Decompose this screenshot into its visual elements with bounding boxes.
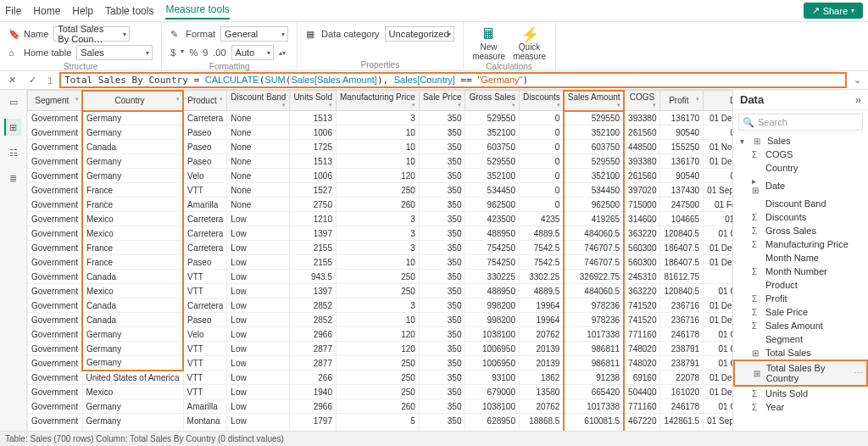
category-select[interactable]: Uncategorized <box>385 26 454 42</box>
cell[interactable]: 1527 <box>290 183 337 198</box>
cell[interactable]: 1397 <box>290 226 337 241</box>
cell[interactable]: Low <box>227 284 290 298</box>
cell[interactable]: 01 March 201 <box>704 212 732 226</box>
field-item[interactable]: Discount Band <box>733 197 868 210</box>
cell[interactable]: 10 <box>336 154 419 169</box>
cell[interactable]: Low <box>227 298 290 313</box>
percent-button[interactable]: % <box>189 47 198 58</box>
menu-measure-tools[interactable]: Measure tools <box>165 3 229 20</box>
table-row[interactable]: GovernmentMexicoVTTLow139725035048895048… <box>28 284 733 298</box>
cell[interactable]: 01 December 201 <box>704 371 732 385</box>
cell[interactable]: Canada <box>82 298 183 313</box>
cell[interactable]: Low <box>227 313 290 327</box>
share-button[interactable]: ↗ Share ▾ <box>804 3 863 19</box>
cell[interactable]: 93100 <box>465 371 519 385</box>
cell[interactable]: 01 October 201 <box>704 284 732 298</box>
cell[interactable]: 560300 <box>624 255 660 270</box>
auto-select[interactable]: Auto <box>231 45 274 60</box>
column-header[interactable]: Discounts▾ <box>519 91 564 111</box>
cell[interactable]: 3 <box>336 111 419 125</box>
cell[interactable]: 01 June 201 <box>704 125 732 140</box>
table-row[interactable]: GovernmentCanadaVTTLow943.52503503302253… <box>28 270 733 284</box>
cell[interactable]: Government <box>28 313 83 327</box>
cell[interactable]: 20762 <box>519 399 564 414</box>
cell[interactable]: Germany <box>82 399 183 414</box>
table-row[interactable]: GovernmentGermanyPaseoNone15131035052955… <box>28 154 733 169</box>
cell[interactable]: 350 <box>419 356 465 371</box>
field-item[interactable]: ΣMonth Number <box>733 265 868 278</box>
cell[interactable]: United States of America <box>82 371 183 385</box>
cell[interactable]: 484060.5 <box>564 226 624 241</box>
cell[interactable]: 393380 <box>624 111 660 125</box>
cell[interactable]: 350 <box>419 327 465 342</box>
cell[interactable]: VTT <box>183 371 227 385</box>
cell[interactable]: 679000 <box>465 385 519 399</box>
cell[interactable]: Low <box>227 241 290 255</box>
field-item[interactable]: ⊞Total Sales <box>733 346 868 360</box>
cell[interactable]: 250 <box>336 385 419 399</box>
cell[interactable]: 236716 <box>660 313 704 327</box>
cell[interactable]: 01 December 201 <box>704 298 732 313</box>
cell[interactable]: Low <box>227 212 290 226</box>
cell[interactable]: 3302.25 <box>519 270 564 284</box>
cell[interactable]: 998200 <box>465 298 519 313</box>
cell[interactable]: 3 <box>336 226 419 241</box>
cell[interactable]: Amarilla <box>183 399 227 414</box>
cell[interactable]: 771160 <box>624 399 660 414</box>
cell[interactable]: 1210 <box>290 212 337 226</box>
cell[interactable]: 1513 <box>290 111 337 125</box>
table-row[interactable]: GovernmentUnited States of AmericaVTTLow… <box>28 371 733 385</box>
field-item[interactable]: ΣDiscounts <box>733 210 868 224</box>
cell[interactable]: Amarilla <box>183 198 227 212</box>
cell[interactable]: Low <box>227 327 290 342</box>
cell[interactable]: 81612.75 <box>660 270 704 284</box>
cell[interactable]: Government <box>28 399 83 414</box>
cell[interactable]: None <box>227 198 290 212</box>
menu-home[interactable]: Home <box>33 5 60 17</box>
cell[interactable]: Government <box>28 125 83 140</box>
table-row[interactable]: GovernmentGermanyCarreteraNone1513335052… <box>28 111 733 125</box>
cell[interactable]: 350 <box>419 154 465 169</box>
field-item[interactable]: ΣCOGS <box>733 148 868 161</box>
cell[interactable]: VTT <box>183 342 227 356</box>
cell[interactable]: None <box>227 154 290 169</box>
cell[interactable]: VTT <box>183 385 227 399</box>
cell[interactable]: 986811 <box>564 342 624 356</box>
formula-cancel-button[interactable]: ✕ <box>3 75 20 86</box>
data-view-button[interactable]: ⊞ <box>4 119 21 136</box>
cell[interactable]: 247500 <box>660 198 704 212</box>
cell[interactable]: 484060.5 <box>564 284 624 298</box>
menu-help[interactable]: Help <box>72 5 93 17</box>
cell[interactable]: 746707.5 <box>564 255 624 270</box>
cell[interactable]: 250 <box>336 270 419 284</box>
field-item[interactable]: Segment <box>733 332 868 346</box>
cell[interactable]: 01 October 201 <box>704 327 732 342</box>
cell[interactable]: 1397 <box>290 284 337 298</box>
cell[interactable]: 161020 <box>660 385 704 399</box>
cell[interactable]: 01 December 201 <box>704 241 732 255</box>
cell[interactable]: Carretera <box>183 298 227 313</box>
cell[interactable]: 01 September 201 <box>704 183 732 198</box>
cell[interactable]: 350 <box>419 111 465 125</box>
cell[interactable]: 20762 <box>519 327 564 342</box>
cell[interactable]: 350 <box>419 298 465 313</box>
column-header[interactable]: Manufacturing Price▾ <box>336 91 419 111</box>
cell[interactable]: 01 December 201 <box>704 385 732 399</box>
cell[interactable]: Government <box>28 356 83 371</box>
cell[interactable]: 1006 <box>290 169 337 183</box>
cell[interactable]: 260 <box>336 198 419 212</box>
cell[interactable]: Montana <box>183 414 227 428</box>
column-header[interactable]: Profit▾ <box>660 91 704 111</box>
cell[interactable]: 529550 <box>465 111 519 125</box>
cell[interactable]: 3 <box>336 298 419 313</box>
cell[interactable]: 534450 <box>465 183 519 198</box>
field-item[interactable]: ΣManufacturing Price <box>733 237 868 251</box>
field-item[interactable]: ▸ ⊞Date <box>733 175 868 197</box>
cell[interactable]: 2852 <box>290 298 337 313</box>
cell[interactable]: 250 <box>336 183 419 198</box>
cell[interactable]: 0 <box>519 125 564 140</box>
cell[interactable]: Germany <box>82 414 183 428</box>
cell[interactable]: 01 February 201 <box>704 198 732 212</box>
field-item[interactable]: Month Name <box>733 251 868 265</box>
cell[interactable]: 266 <box>290 371 337 385</box>
